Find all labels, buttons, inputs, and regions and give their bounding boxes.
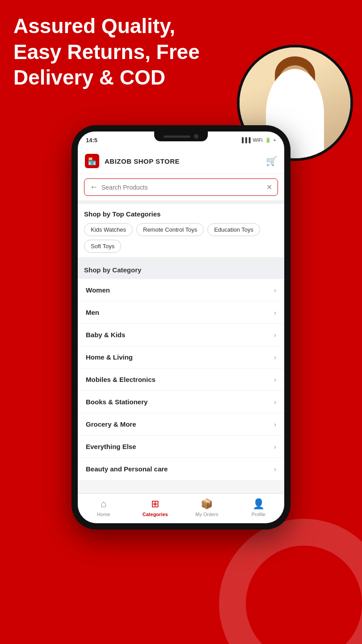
- phone-outer: 14:5 ▐▐▐ WiFi 🔋 + 🏪 ABIZOB SHOP STORE 🛒: [72, 125, 290, 530]
- category-item-label: Grocery & More: [86, 420, 136, 428]
- search-back-button[interactable]: ←: [90, 182, 98, 192]
- notch-dot: [194, 134, 198, 139]
- deco-circle: [219, 519, 362, 644]
- divider-2: [78, 257, 284, 261]
- category-item-label: Mobiles & Electronics: [86, 376, 156, 383]
- chevron-right-icon: ›: [274, 354, 276, 361]
- status-icons: ▐▐▐ WiFi 🔋 +: [240, 137, 276, 143]
- phone-mockup: 14:5 ▐▐▐ WiFi 🔋 + 🏪 ABIZOB SHOP STORE 🛒: [72, 125, 290, 530]
- category-list-item[interactable]: Men ›: [78, 301, 284, 324]
- category-item-label: Baby & Kids: [86, 331, 125, 339]
- divider-1: [78, 200, 284, 204]
- notch-line: [164, 136, 190, 138]
- nav-item-categories[interactable]: ⊞ Categories: [142, 498, 168, 517]
- nav-label: Categories: [143, 512, 168, 517]
- battery-icon: 🔋: [265, 137, 271, 143]
- chevron-right-icon: ›: [274, 421, 276, 428]
- plus-icon: +: [274, 137, 276, 143]
- bottom-navigation: ⌂ Home ⊞ Categories 📦 My Orders 👤 Profil…: [78, 493, 284, 523]
- category-item-label: Everything Else: [86, 443, 136, 450]
- chevron-right-icon: ›: [274, 466, 276, 473]
- status-time: 14:5: [86, 137, 97, 144]
- category-list-item[interactable]: Women ›: [78, 279, 284, 301]
- chevron-right-icon: ›: [274, 309, 276, 316]
- search-bar-container: ← ✕: [78, 174, 284, 200]
- category-list-item[interactable]: Grocery & More ›: [78, 413, 284, 436]
- category-tag[interactable]: Soft Toys: [84, 240, 121, 253]
- search-input-wrapper: ← ✕: [84, 178, 278, 196]
- category-list-item[interactable]: Books & Stationery ›: [78, 391, 284, 413]
- category-tag[interactable]: Remote Control Toys: [136, 223, 204, 236]
- bottom-spacer: [78, 480, 284, 493]
- nav-label: Profile: [252, 512, 265, 517]
- category-item-label: Beauty and Personal care: [86, 465, 168, 473]
- hero-tagline: Assured Quality, Easy Returns, Free Deli…: [13, 13, 210, 91]
- top-categories-section: Shop by Top Categories Kids WatchesRemot…: [78, 204, 284, 257]
- app-logo: 🏪: [85, 154, 99, 168]
- chevron-right-icon: ›: [274, 398, 276, 406]
- category-tag[interactable]: Kids Watches: [84, 223, 133, 236]
- nav-item-profile[interactable]: 👤 Profile: [245, 498, 272, 517]
- nav-item-home[interactable]: ⌂ Home: [90, 498, 117, 517]
- category-tag[interactable]: Education Toys: [207, 223, 260, 236]
- nav-icon-profile: 👤: [253, 498, 265, 510]
- category-item-label: Books & Stationery: [86, 398, 147, 406]
- shop-by-category-title: Shop by Category: [84, 266, 278, 274]
- nav-item-my-orders[interactable]: 📦 My Orders: [194, 498, 220, 517]
- phone-notch: [154, 131, 208, 141]
- wifi-icon: WiFi: [253, 137, 263, 143]
- chevron-right-icon: ›: [274, 287, 276, 294]
- category-list-item[interactable]: Mobiles & Electronics ›: [78, 369, 284, 391]
- shop-by-category-header: Shop by Category: [78, 261, 284, 279]
- category-item-label: Home & Living: [86, 353, 133, 361]
- store-name: ABIZOB SHOP STORE: [105, 157, 180, 165]
- search-input[interactable]: [101, 184, 263, 191]
- chevron-right-icon: ›: [274, 376, 276, 383]
- status-bar: 14:5 ▐▐▐ WiFi 🔋 +: [78, 131, 284, 148]
- chevron-right-icon: ›: [274, 331, 276, 339]
- nav-label: Home: [97, 512, 110, 517]
- category-item-label: Women: [86, 286, 110, 294]
- category-list-item[interactable]: Home & Living ›: [78, 346, 284, 369]
- category-list-item[interactable]: Everything Else ›: [78, 436, 284, 458]
- category-tags-list: Kids WatchesRemote Control ToysEducation…: [84, 223, 278, 253]
- category-list-item[interactable]: Baby & Kids ›: [78, 324, 284, 346]
- phone-screen: 🏪 ABIZOB SHOP STORE 🛒 ← ✕ Shop by Top Ca…: [78, 148, 284, 523]
- search-clear-button[interactable]: ✕: [266, 183, 272, 191]
- signal-icon: ▐▐▐: [240, 137, 250, 143]
- category-list-item[interactable]: Beauty and Personal care ›: [78, 458, 284, 480]
- nav-label: My Orders: [195, 512, 218, 517]
- cart-icon[interactable]: 🛒: [266, 156, 277, 166]
- nav-icon-home: ⌂: [101, 498, 106, 510]
- top-categories-title: Shop by Top Categories: [84, 210, 278, 218]
- category-item-label: Men: [86, 309, 99, 316]
- chevron-right-icon: ›: [274, 443, 276, 450]
- nav-icon-categories: ⊞: [151, 498, 159, 510]
- app-header: 🏪 ABIZOB SHOP STORE 🛒: [78, 148, 284, 174]
- nav-icon-my-orders: 📦: [201, 498, 213, 510]
- category-list: Women › Men › Baby & Kids › Home & Livin…: [78, 279, 284, 480]
